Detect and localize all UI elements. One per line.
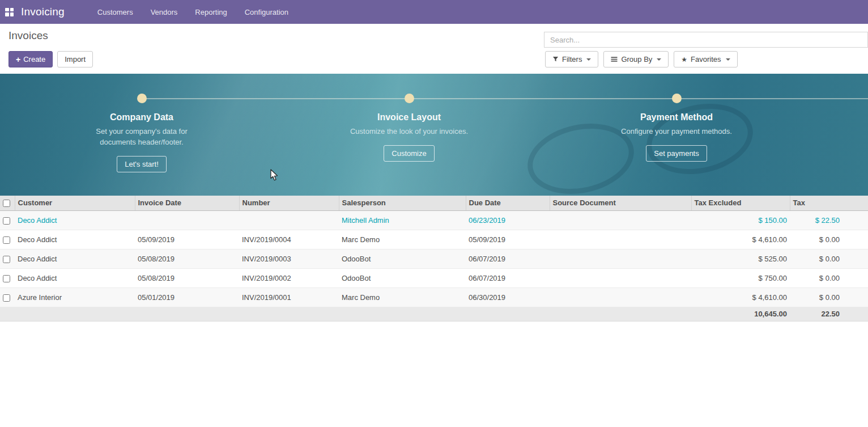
cell-tax: $ 0.00 — [790, 268, 868, 288]
cell-number: INV/2019/0003 — [239, 249, 339, 268]
step-description: Customize the look of your invoices. — [335, 126, 483, 137]
nav-vendors[interactable]: Vendors — [150, 6, 179, 19]
favorites-button[interactable]: ★ Favorites — [674, 51, 737, 67]
star-icon: ★ — [681, 56, 687, 64]
select-all-checkbox-cell — [0, 196, 15, 210]
import-button-label: Import — [65, 55, 86, 64]
control-panel: Invoices + Create Import Filters Group B… — [0, 24, 868, 74]
cell-salesperson: Marc Demo — [339, 288, 466, 307]
step-title: Company Data — [68, 112, 215, 122]
row-checkbox[interactable] — [3, 236, 10, 244]
create-button-label: Create — [23, 55, 45, 64]
cell-tax: $ 0.00 — [790, 249, 868, 268]
row-checkbox[interactable] — [3, 275, 10, 282]
col-tax-excluded[interactable]: Tax Excluded — [691, 196, 790, 210]
step-dot-icon — [137, 94, 147, 103]
cell-tax-excluded: $ 4,610.00 — [691, 230, 790, 249]
col-due-date[interactable]: Due Date — [466, 196, 550, 210]
invoice-row[interactable]: Deco Addict 05/08/2019 INV/2019/0002 Odo… — [0, 268, 868, 288]
invoice-list-table: Customer Invoice Date Number Salesperson… — [0, 196, 868, 322]
filter-funnel-icon — [552, 56, 559, 62]
cell-number — [239, 210, 339, 230]
cell-customer: Deco Addict — [15, 230, 135, 249]
cell-due-date: 06/07/2019 — [466, 268, 550, 288]
cell-due-date: 05/09/2019 — [466, 230, 550, 249]
invoice-row[interactable]: Deco Addict 05/08/2019 INV/2019/0003 Odo… — [0, 249, 868, 268]
row-checkbox[interactable] — [3, 217, 10, 225]
apps-grid-icon[interactable] — [5, 8, 14, 16]
cell-salesperson: OdooBot — [339, 249, 466, 268]
onboarding-timeline — [142, 98, 868, 99]
col-number[interactable]: Number — [239, 196, 339, 210]
col-invoice-date[interactable]: Invoice Date — [135, 196, 239, 210]
cell-tax: $ 0.00 — [790, 230, 868, 249]
group-by-button[interactable]: Group By — [603, 51, 669, 67]
set-payments-button[interactable]: Set payments — [646, 145, 707, 162]
caret-down-icon — [726, 58, 730, 61]
step-title: Payment Method — [603, 112, 750, 122]
create-button[interactable]: + Create — [8, 51, 53, 67]
page-title: Invoices — [8, 29, 48, 42]
main-menu: Customers Vendors Reporting Configuratio… — [96, 6, 290, 19]
cell-tax-excluded: $ 4,610.00 — [691, 288, 790, 307]
group-by-bars-icon — [611, 56, 618, 62]
cell-salesperson: OdooBot — [339, 268, 466, 288]
cell-customer: Azure Interior — [15, 288, 135, 307]
invoice-row[interactable]: Azure Interior 05/01/2019 INV/2019/0001 … — [0, 288, 868, 307]
row-checkbox[interactable] — [3, 256, 10, 263]
cell-salesperson: Mitchell Admin — [339, 210, 466, 230]
plus-icon: + — [16, 56, 20, 64]
step-description: Configure your payment methods. — [603, 126, 750, 137]
cell-source-document — [550, 230, 691, 249]
app-brand[interactable]: Invoicing — [21, 6, 65, 18]
col-customer[interactable]: Customer — [15, 196, 135, 210]
step-dot-icon — [405, 94, 414, 103]
caret-down-icon — [586, 58, 591, 61]
cell-number: INV/2019/0002 — [239, 268, 339, 288]
select-all-checkbox[interactable] — [3, 200, 10, 207]
filters-button[interactable]: Filters — [545, 51, 598, 67]
cell-due-date: 06/30/2019 — [466, 288, 550, 307]
cell-salesperson: Marc Demo — [339, 230, 466, 249]
row-checkbox-cell — [0, 268, 15, 288]
cell-due-date: 06/23/2019 — [466, 210, 550, 230]
nav-configuration[interactable]: Configuration — [244, 6, 290, 19]
filters-button-label: Filters — [562, 55, 582, 64]
cell-number: INV/2019/0004 — [239, 230, 339, 249]
table-header-row: Customer Invoice Date Number Salesperson… — [0, 196, 868, 210]
footer-tax-excluded-total: 10,645.00 — [691, 307, 790, 321]
col-salesperson[interactable]: Salesperson — [339, 196, 466, 210]
cell-customer: Deco Addict — [15, 268, 135, 288]
col-tax[interactable]: Tax — [790, 196, 868, 210]
onboarding-step-invoice-layout: Invoice Layout Customize the look of you… — [335, 94, 483, 162]
table-footer-row: 10,645.00 22.50 — [0, 307, 868, 321]
row-checkbox-cell — [0, 230, 15, 249]
cell-customer: Deco Addict — [15, 249, 135, 268]
row-checkbox-cell — [0, 288, 15, 307]
cell-invoice-date: 05/01/2019 — [135, 288, 239, 307]
row-checkbox-cell — [0, 210, 15, 230]
import-button[interactable]: Import — [57, 51, 93, 67]
cell-source-document — [550, 288, 691, 307]
cell-source-document — [550, 268, 691, 288]
footer-empty — [15, 307, 691, 321]
nav-reporting[interactable]: Reporting — [194, 6, 228, 19]
col-source-document[interactable]: Source Document — [550, 196, 691, 210]
cell-number: INV/2019/0001 — [239, 288, 339, 307]
cell-tax-excluded: $ 750.00 — [691, 268, 790, 288]
invoice-row[interactable]: Deco Addict Mitchell Admin 06/23/2019 $ … — [0, 210, 868, 230]
cell-source-document — [550, 210, 691, 230]
lets-start-button[interactable]: Let's start! — [117, 156, 167, 172]
cell-customer: Deco Addict — [15, 210, 135, 230]
cell-invoice-date — [135, 210, 239, 230]
step-title: Invoice Layout — [335, 112, 483, 122]
step-description: Set your company's data for documents he… — [68, 126, 215, 148]
cell-tax-excluded: $ 150.00 — [691, 210, 790, 230]
nav-customers[interactable]: Customers — [96, 6, 134, 19]
customize-button[interactable]: Customize — [384, 145, 434, 162]
invoice-row[interactable]: Deco Addict 05/09/2019 INV/2019/0004 Mar… — [0, 230, 868, 249]
search-input[interactable] — [544, 32, 868, 48]
cell-invoice-date: 05/09/2019 — [135, 230, 239, 249]
row-checkbox-cell — [0, 249, 15, 268]
row-checkbox[interactable] — [3, 294, 10, 302]
